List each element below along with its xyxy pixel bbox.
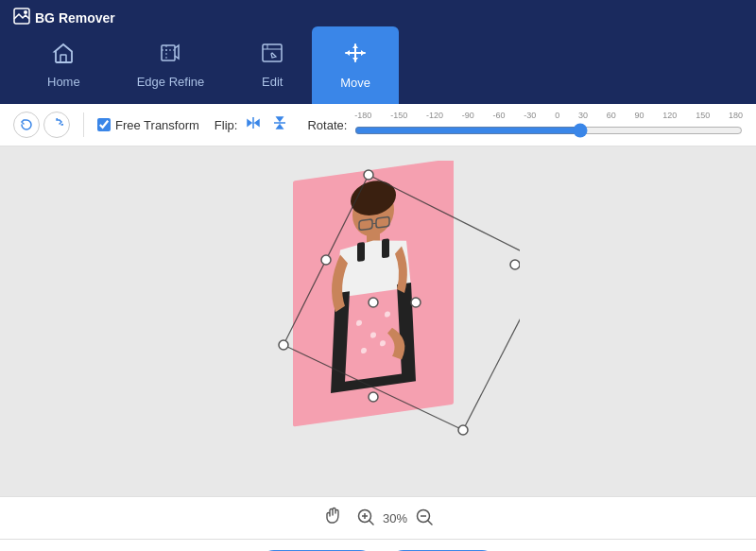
canvas-area [0,146,756,496]
home-icon [52,43,75,69]
edge-refine-icon [159,43,181,69]
svg-point-30 [369,392,378,402]
bottom-toolbar: 30% [0,496,756,539]
svg-point-26 [510,260,520,269]
svg-line-13 [372,223,376,224]
undo-redo-group [13,112,70,138]
rotate-slider-wrapper: -180 -150 -120 -90 -60 -30 0 30 60 90 12… [354,111,743,139]
redo-button[interactable] [43,112,70,138]
svg-line-34 [369,521,373,525]
footer: New Image Download [0,539,756,551]
footer-inner: New Image Download [0,540,756,551]
edit-icon [261,43,284,69]
rotate-scale: -180 -150 -120 -90 -60 -30 0 30 60 90 12… [354,111,743,120]
toolbar: Free Transform Flip: Rotate: -180 -150 -… [0,104,756,146]
svg-point-25 [458,425,468,435]
svg-point-1 [24,10,27,14]
svg-line-37 [428,521,432,525]
header: BG Remover Home Edge Refine [0,0,756,104]
tab-edit-label: Edit [262,75,283,89]
move-icon [343,42,368,70]
svg-point-23 [364,170,373,180]
tab-edge-refine-label: Edge Refine [137,75,205,89]
canvas-svg [236,161,520,482]
flip-label: Flip: [215,118,238,132]
svg-rect-2 [60,55,66,62]
svg-rect-3 [162,45,175,60]
svg-line-22 [463,265,520,430]
svg-point-28 [411,298,421,307]
free-transform-checkbox[interactable] [97,118,111,131]
zoom-controls: 30% [356,508,434,529]
app-logo-icon [13,8,30,27]
zoom-in-button[interactable] [356,508,375,529]
nav-tabs: Home Edge Refine Edit [9,0,747,104]
tab-edge-refine[interactable]: Edge Refine [109,26,233,104]
rotate-slider[interactable] [354,123,743,138]
svg-point-29 [369,298,378,307]
tab-edit[interactable]: Edit [232,26,312,104]
app-logo: BG Remover [13,8,115,27]
divider-1 [83,112,84,137]
free-transform-group: Free Transform [97,118,199,132]
flip-section: Flip: [215,112,291,137]
free-transform-label: Free Transform [115,118,199,132]
transform-region [236,161,520,482]
flip-horizontal-button[interactable] [243,112,264,137]
svg-point-27 [321,255,331,265]
flip-vertical-button[interactable] [269,112,290,137]
tab-home[interactable]: Home [19,26,109,104]
undo-button[interactable] [13,112,40,138]
tab-move-label: Move [340,76,370,90]
rotate-section: Rotate: -180 -150 -120 -90 -60 -30 0 30 … [307,111,743,139]
svg-rect-10 [382,238,389,258]
tab-move[interactable]: Move [312,26,399,104]
svg-point-24 [279,340,288,350]
hand-tool-button[interactable] [322,506,343,531]
svg-rect-9 [357,242,365,262]
app-name: BG Remover [35,10,115,26]
rotate-label: Rotate: [307,118,347,132]
tab-home-label: Home [47,75,80,89]
zoom-percent: 30% [383,511,407,525]
zoom-out-button[interactable] [415,508,434,529]
